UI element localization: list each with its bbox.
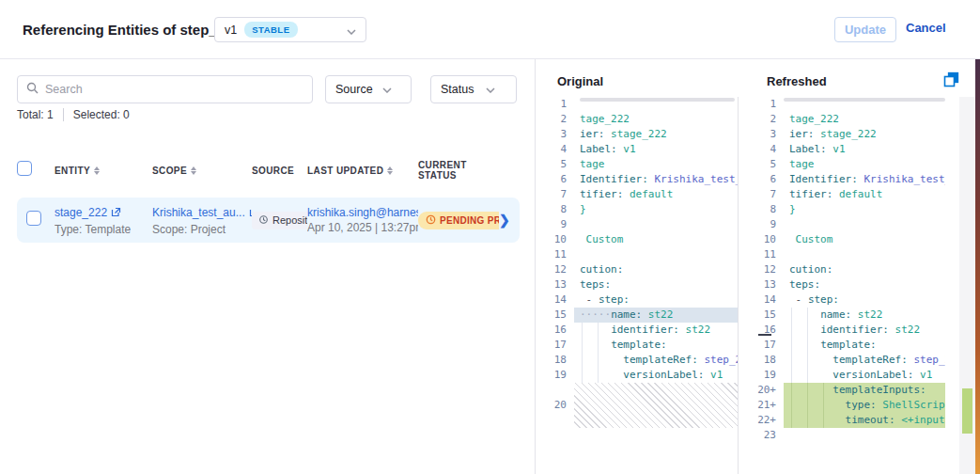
code-line: 17 template: xyxy=(536,338,738,353)
status-badge: PENDING PR xyxy=(418,212,499,229)
code-line: 4Label: v1 xyxy=(536,142,738,157)
code-line: 7tifier: default xyxy=(536,187,738,202)
refreshed-code-editor[interactable]: 12tage_2223ier: stage_2224Label: v15tage… xyxy=(738,97,945,474)
code-line: 3ier: stage_222 xyxy=(536,127,738,142)
code-line: 16 identifier: st22 xyxy=(536,323,738,338)
chevron-down-icon xyxy=(382,83,392,96)
column-header-entity[interactable]: ENTITY xyxy=(54,166,152,176)
scope-link[interactable]: Krishika_test_au... xyxy=(152,206,245,219)
code-line: 14 - step: xyxy=(536,292,738,308)
chevron-down-icon xyxy=(486,83,495,96)
sort-icon[interactable] xyxy=(94,166,100,175)
repository-icon xyxy=(258,214,269,227)
horizontal-scrollbar-thumb[interactable] xyxy=(580,98,735,102)
code-line: 15·····name: st22 xyxy=(536,308,738,323)
code-line: 7tifier: default xyxy=(739,187,945,202)
divider xyxy=(63,108,64,121)
code-line: 6Identifier: Krishika_test_aut xyxy=(739,172,945,187)
code-line: 12cution: xyxy=(536,262,738,277)
code-line: 3ier: stage_222 xyxy=(739,127,945,142)
refreshed-panel-title: Refreshed xyxy=(767,74,827,88)
code-line: 15 name: st22 xyxy=(739,308,945,323)
search-icon xyxy=(26,81,39,98)
page-title: Referencing Entities of step_222 xyxy=(23,22,241,38)
code-line: 19 versionLabel: v1 xyxy=(739,368,945,383)
diff-placeholder-row xyxy=(536,383,738,398)
totals-bar: Total: 1 Selected: 0 xyxy=(17,108,130,121)
row-checkbox[interactable] xyxy=(26,211,41,226)
chevron-down-icon xyxy=(347,22,356,39)
code-line: 5tage xyxy=(739,157,945,172)
code-line: 11 xyxy=(739,247,945,262)
sort-icon[interactable] xyxy=(387,166,393,175)
column-header-source: SOURCE xyxy=(252,166,307,176)
original-panel-title: Original xyxy=(557,74,603,88)
code-line: 17 template: xyxy=(739,338,945,353)
select-all-checkbox[interactable] xyxy=(17,161,32,176)
code-line: 9 xyxy=(536,217,738,232)
chevron-right-icon[interactable]: ❯ xyxy=(499,213,510,228)
search-input[interactable] xyxy=(45,83,303,96)
clock-icon xyxy=(426,214,436,227)
entity-link[interactable]: stage_222 xyxy=(54,206,107,219)
code-line: 8} xyxy=(739,202,945,217)
code-line: 13teps: xyxy=(536,277,738,292)
window-edge-strip xyxy=(975,59,980,474)
code-line: 10 Custom xyxy=(739,232,945,247)
column-header-current-status: CURRENT STATUS xyxy=(418,160,499,181)
search-box xyxy=(17,75,313,103)
code-line: 18 templateRef: step_222 xyxy=(536,353,738,368)
diff-sash-handle xyxy=(758,334,771,336)
version-dropdown[interactable]: v1 STABLE xyxy=(214,17,366,42)
code-line: 22+ timeout: <+input> xyxy=(739,413,945,428)
code-line: 8} xyxy=(536,202,738,217)
added-lines-overview-marker xyxy=(962,388,972,434)
status-filter-dropdown[interactable]: Status xyxy=(430,75,517,103)
source-badge: Repository xyxy=(252,212,307,229)
code-line: 2tage_222 xyxy=(536,112,738,127)
column-header-last-updated[interactable]: LAST UPDATED xyxy=(307,166,418,176)
sort-icon[interactable] xyxy=(191,166,196,175)
code-line: 19 versionLabel: v1 xyxy=(536,368,738,383)
referencing-entities-dialog: Referencing Entities of step_222 v1 STAB… xyxy=(0,0,980,474)
selected-count: Selected: 0 xyxy=(73,108,130,121)
code-line: 10 Custom xyxy=(536,232,738,247)
diff-viewer-panel: Original Refreshed 12tage_2223ier: stage… xyxy=(535,59,980,474)
code-line: 18 templateRef: step_222 xyxy=(739,353,945,368)
table-header: ENTITY SCOPE SOURCE LAST UPDATED CURRENT… xyxy=(17,160,520,181)
total-count: Total: 1 xyxy=(17,108,54,121)
code-line: 21+ type: ShellScript xyxy=(739,398,945,413)
code-line: 23 xyxy=(739,428,945,443)
code-line: 11 xyxy=(536,247,738,262)
code-line: 13teps: xyxy=(739,277,945,292)
original-code-editor[interactable]: 12tage_2223ier: stage_2224Label: v15tage… xyxy=(536,97,738,474)
code-line: 5tage xyxy=(536,157,738,172)
code-line: 9 xyxy=(739,217,945,232)
stable-badge: STABLE xyxy=(244,22,297,38)
external-link-icon[interactable] xyxy=(111,204,121,221)
diff-scrollbar-track[interactable] xyxy=(959,97,975,474)
entities-list-panel: Source Status Total: 1 Selected: 0 ENTIT… xyxy=(0,59,535,474)
cancel-button[interactable]: Cancel xyxy=(906,21,946,35)
copy-icon[interactable] xyxy=(941,71,960,90)
code-line: 20+ templateInputs: xyxy=(739,383,945,398)
scope-level-label: Scope: Project xyxy=(152,223,252,236)
code-line: 12cution: xyxy=(739,262,945,277)
code-line: 4Label: v1 xyxy=(739,142,945,157)
updated-by-link[interactable]: krishika.singh@harnes... xyxy=(307,206,418,219)
column-header-scope[interactable]: SCOPE xyxy=(152,166,252,176)
code-line: 6Identifier: Krishika_test_aut xyxy=(536,172,738,187)
table-row[interactable]: stage_222 Type: Template Krishika_test_a… xyxy=(17,198,520,243)
dialog-header: Referencing Entities of step_222 v1 STAB… xyxy=(0,0,980,59)
entity-type-label: Type: Template xyxy=(54,223,152,236)
source-filter-label: Source xyxy=(335,83,373,96)
code-line: 14 - step: xyxy=(739,292,945,308)
status-filter-label: Status xyxy=(441,83,474,96)
source-filter-dropdown[interactable]: Source xyxy=(325,75,412,103)
horizontal-scrollbar-thumb[interactable] xyxy=(784,98,945,102)
update-button[interactable]: Update xyxy=(834,17,896,42)
updated-at-label: Apr 10, 2025 | 13:27pm xyxy=(307,221,418,234)
code-line: 20 xyxy=(536,398,738,413)
code-line: 2tage_222 xyxy=(739,112,945,127)
version-label: v1 xyxy=(225,24,237,37)
